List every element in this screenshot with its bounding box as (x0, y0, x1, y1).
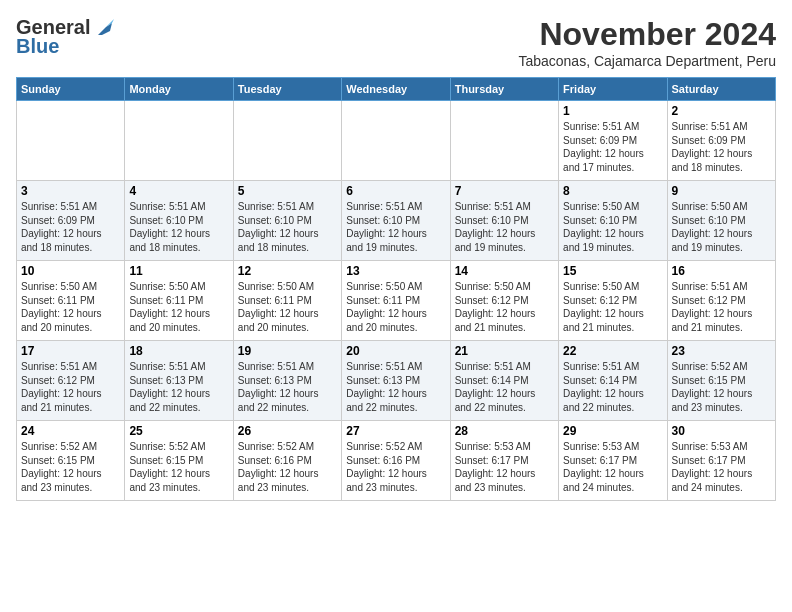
header-thursday: Thursday (450, 78, 558, 101)
day-cell: 15Sunrise: 5:50 AM Sunset: 6:12 PM Dayli… (559, 261, 667, 341)
day-cell: 14Sunrise: 5:50 AM Sunset: 6:12 PM Dayli… (450, 261, 558, 341)
day-info: Sunrise: 5:52 AM Sunset: 6:15 PM Dayligh… (672, 360, 771, 414)
day-cell: 24Sunrise: 5:52 AM Sunset: 6:15 PM Dayli… (17, 421, 125, 501)
day-info: Sunrise: 5:51 AM Sunset: 6:09 PM Dayligh… (21, 200, 120, 254)
day-cell: 17Sunrise: 5:51 AM Sunset: 6:12 PM Dayli… (17, 341, 125, 421)
day-cell (450, 101, 558, 181)
svg-marker-0 (98, 23, 112, 35)
day-info: Sunrise: 5:53 AM Sunset: 6:17 PM Dayligh… (672, 440, 771, 494)
day-info: Sunrise: 5:51 AM Sunset: 6:13 PM Dayligh… (129, 360, 228, 414)
day-cell (125, 101, 233, 181)
day-number: 16 (672, 264, 771, 278)
day-cell: 20Sunrise: 5:51 AM Sunset: 6:13 PM Dayli… (342, 341, 450, 421)
header-wednesday: Wednesday (342, 78, 450, 101)
title-area: November 2024 Tabaconas, Cajamarca Depar… (518, 16, 776, 69)
day-cell: 18Sunrise: 5:51 AM Sunset: 6:13 PM Dayli… (125, 341, 233, 421)
day-info: Sunrise: 5:52 AM Sunset: 6:15 PM Dayligh… (21, 440, 120, 494)
day-info: Sunrise: 5:52 AM Sunset: 6:15 PM Dayligh… (129, 440, 228, 494)
day-cell: 21Sunrise: 5:51 AM Sunset: 6:14 PM Dayli… (450, 341, 558, 421)
day-cell (342, 101, 450, 181)
day-cell: 2Sunrise: 5:51 AM Sunset: 6:09 PM Daylig… (667, 101, 775, 181)
day-info: Sunrise: 5:53 AM Sunset: 6:17 PM Dayligh… (455, 440, 554, 494)
day-cell: 8Sunrise: 5:50 AM Sunset: 6:10 PM Daylig… (559, 181, 667, 261)
header-friday: Friday (559, 78, 667, 101)
day-info: Sunrise: 5:52 AM Sunset: 6:16 PM Dayligh… (238, 440, 337, 494)
day-cell: 9Sunrise: 5:50 AM Sunset: 6:10 PM Daylig… (667, 181, 775, 261)
day-info: Sunrise: 5:51 AM Sunset: 6:10 PM Dayligh… (129, 200, 228, 254)
day-number: 17 (21, 344, 120, 358)
header-tuesday: Tuesday (233, 78, 341, 101)
calendar-header-row: SundayMondayTuesdayWednesdayThursdayFrid… (17, 78, 776, 101)
week-row-3: 17Sunrise: 5:51 AM Sunset: 6:12 PM Dayli… (17, 341, 776, 421)
day-number: 26 (238, 424, 337, 438)
day-number: 24 (21, 424, 120, 438)
day-info: Sunrise: 5:51 AM Sunset: 6:14 PM Dayligh… (563, 360, 662, 414)
day-info: Sunrise: 5:50 AM Sunset: 6:12 PM Dayligh… (563, 280, 662, 334)
day-cell: 25Sunrise: 5:52 AM Sunset: 6:15 PM Dayli… (125, 421, 233, 501)
day-cell: 26Sunrise: 5:52 AM Sunset: 6:16 PM Dayli… (233, 421, 341, 501)
day-number: 21 (455, 344, 554, 358)
day-info: Sunrise: 5:51 AM Sunset: 6:10 PM Dayligh… (238, 200, 337, 254)
day-number: 23 (672, 344, 771, 358)
logo: General Blue (16, 16, 114, 58)
calendar-table: SundayMondayTuesdayWednesdayThursdayFrid… (16, 77, 776, 501)
day-cell: 7Sunrise: 5:51 AM Sunset: 6:10 PM Daylig… (450, 181, 558, 261)
day-info: Sunrise: 5:51 AM Sunset: 6:12 PM Dayligh… (21, 360, 120, 414)
day-cell: 1Sunrise: 5:51 AM Sunset: 6:09 PM Daylig… (559, 101, 667, 181)
day-number: 20 (346, 344, 445, 358)
day-number: 11 (129, 264, 228, 278)
day-number: 14 (455, 264, 554, 278)
day-cell: 28Sunrise: 5:53 AM Sunset: 6:17 PM Dayli… (450, 421, 558, 501)
day-info: Sunrise: 5:50 AM Sunset: 6:12 PM Dayligh… (455, 280, 554, 334)
day-number: 29 (563, 424, 662, 438)
day-info: Sunrise: 5:50 AM Sunset: 6:11 PM Dayligh… (238, 280, 337, 334)
week-row-4: 24Sunrise: 5:52 AM Sunset: 6:15 PM Dayli… (17, 421, 776, 501)
day-cell: 5Sunrise: 5:51 AM Sunset: 6:10 PM Daylig… (233, 181, 341, 261)
logo-bird-icon (92, 17, 114, 39)
day-number: 5 (238, 184, 337, 198)
day-cell: 23Sunrise: 5:52 AM Sunset: 6:15 PM Dayli… (667, 341, 775, 421)
week-row-0: 1Sunrise: 5:51 AM Sunset: 6:09 PM Daylig… (17, 101, 776, 181)
month-title: November 2024 (518, 16, 776, 53)
day-info: Sunrise: 5:51 AM Sunset: 6:14 PM Dayligh… (455, 360, 554, 414)
header-sunday: Sunday (17, 78, 125, 101)
day-cell: 27Sunrise: 5:52 AM Sunset: 6:16 PM Dayli… (342, 421, 450, 501)
day-number: 10 (21, 264, 120, 278)
day-info: Sunrise: 5:51 AM Sunset: 6:09 PM Dayligh… (563, 120, 662, 174)
day-info: Sunrise: 5:50 AM Sunset: 6:11 PM Dayligh… (346, 280, 445, 334)
day-number: 15 (563, 264, 662, 278)
day-number: 8 (563, 184, 662, 198)
day-number: 12 (238, 264, 337, 278)
day-cell: 22Sunrise: 5:51 AM Sunset: 6:14 PM Dayli… (559, 341, 667, 421)
day-number: 3 (21, 184, 120, 198)
day-number: 18 (129, 344, 228, 358)
header-monday: Monday (125, 78, 233, 101)
day-cell: 11Sunrise: 5:50 AM Sunset: 6:11 PM Dayli… (125, 261, 233, 341)
week-row-2: 10Sunrise: 5:50 AM Sunset: 6:11 PM Dayli… (17, 261, 776, 341)
day-info: Sunrise: 5:51 AM Sunset: 6:12 PM Dayligh… (672, 280, 771, 334)
day-number: 19 (238, 344, 337, 358)
day-cell: 6Sunrise: 5:51 AM Sunset: 6:10 PM Daylig… (342, 181, 450, 261)
day-number: 22 (563, 344, 662, 358)
day-info: Sunrise: 5:51 AM Sunset: 6:10 PM Dayligh… (346, 200, 445, 254)
day-cell: 30Sunrise: 5:53 AM Sunset: 6:17 PM Dayli… (667, 421, 775, 501)
week-row-1: 3Sunrise: 5:51 AM Sunset: 6:09 PM Daylig… (17, 181, 776, 261)
day-cell: 12Sunrise: 5:50 AM Sunset: 6:11 PM Dayli… (233, 261, 341, 341)
location-title: Tabaconas, Cajamarca Department, Peru (518, 53, 776, 69)
logo-blue-text: Blue (16, 35, 59, 58)
day-cell (17, 101, 125, 181)
day-info: Sunrise: 5:50 AM Sunset: 6:11 PM Dayligh… (129, 280, 228, 334)
day-cell: 16Sunrise: 5:51 AM Sunset: 6:12 PM Dayli… (667, 261, 775, 341)
day-number: 25 (129, 424, 228, 438)
day-info: Sunrise: 5:51 AM Sunset: 6:13 PM Dayligh… (238, 360, 337, 414)
day-info: Sunrise: 5:50 AM Sunset: 6:11 PM Dayligh… (21, 280, 120, 334)
day-info: Sunrise: 5:50 AM Sunset: 6:10 PM Dayligh… (672, 200, 771, 254)
header-saturday: Saturday (667, 78, 775, 101)
day-cell (233, 101, 341, 181)
day-number: 2 (672, 104, 771, 118)
day-number: 27 (346, 424, 445, 438)
day-info: Sunrise: 5:53 AM Sunset: 6:17 PM Dayligh… (563, 440, 662, 494)
day-number: 28 (455, 424, 554, 438)
day-cell: 4Sunrise: 5:51 AM Sunset: 6:10 PM Daylig… (125, 181, 233, 261)
day-number: 13 (346, 264, 445, 278)
